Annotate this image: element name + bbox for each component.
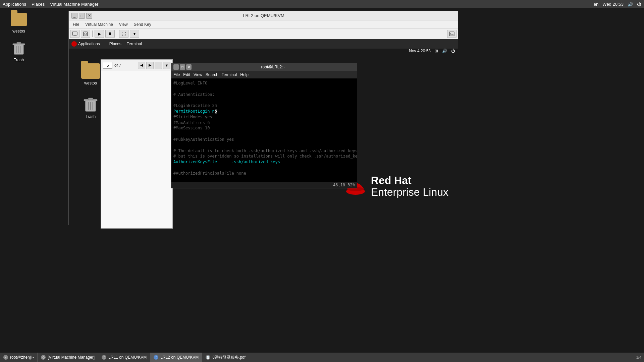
term-line-1: #LogLevel INFO xyxy=(173,80,355,86)
terminal-maximize-btn[interactable]: □ xyxy=(180,64,185,70)
fm-page-input[interactable] xyxy=(103,62,112,69)
term-line-17: #AuthorizedPrincipalsFile none xyxy=(173,171,355,176)
terminal-minimize-btn[interactable]: _ xyxy=(173,64,179,70)
qemu-minimize-btn[interactable]: _ xyxy=(71,13,77,19)
inner-apps-label[interactable]: Applications xyxy=(78,42,100,46)
qemu-menu-sendkey[interactable]: Send Key xyxy=(131,21,154,27)
qemu-title: LRL2 on QEMU/KVM xyxy=(92,13,435,18)
term-line-10 xyxy=(173,131,355,137)
toolbar-separator-2 xyxy=(117,31,117,37)
toolbar-play-btn[interactable]: ▶ xyxy=(95,30,104,38)
inner-app-bar: Applications Places Terminal Nov 4 20:53… xyxy=(69,39,458,49)
inner-power-icon: ⏻ xyxy=(451,49,455,53)
toolbar-fullscreen-btn[interactable]: ⛶ xyxy=(119,30,128,38)
fm-fullscreen-btn[interactable]: ⛶ xyxy=(155,62,162,69)
folder-icon xyxy=(11,11,27,27)
top-bar-places[interactable]: Places xyxy=(32,2,45,7)
taskbar: $ root@zhenji~ ⬡ [Virtual Machine Manage… xyxy=(0,353,644,362)
toolbar-console-btn[interactable] xyxy=(447,30,457,38)
svg-point-9 xyxy=(85,33,87,35)
redhat-text-line1: Red Hat xyxy=(371,175,448,186)
terminal-menubar: File Edit View Search Terminal Help xyxy=(171,71,357,78)
term-line-3: # Authentication: xyxy=(173,92,355,98)
term-line-7: #StrictModes yes xyxy=(173,114,355,120)
qemu-win-controls: _ □ ✕ xyxy=(71,13,92,19)
fm-prev-btn[interactable]: ◀ xyxy=(138,62,145,69)
top-bar-vm-manager[interactable]: Virtual Machine Manager xyxy=(50,2,98,7)
inner-audio-icon: 🔊 xyxy=(442,49,447,53)
fm-content xyxy=(101,71,172,228)
taskbar-item-terminal[interactable]: $ root@zhenji~ xyxy=(0,353,38,362)
taskbar-icon-vm-manager: ⬡ xyxy=(41,355,46,360)
inner-trash-icon xyxy=(80,96,101,113)
term-line-11: #PubkeyAuthentication yes xyxy=(173,137,355,142)
taskbar-label-terminal: root@zhenji~ xyxy=(10,355,34,360)
taskbar-item-pdf[interactable]: 📄 8远程登录服务.pdf xyxy=(202,353,249,362)
term-menu-search[interactable]: Search xyxy=(206,72,218,77)
term-line-5: #LoginGraceTime 2m xyxy=(173,103,355,109)
terminal-window: _ □ ✕ root@LRL2:~ File Edit View Search … xyxy=(171,63,357,188)
qemu-screen-content: Applications Places Terminal Nov 4 20:53… xyxy=(69,39,458,225)
svg-rect-2 xyxy=(17,42,21,44)
taskbar-item-lrl2-kvm[interactable]: ⬡ LRL2 on QEMU/KVM xyxy=(150,353,202,362)
term-line-12 xyxy=(173,142,355,148)
term-line-16 xyxy=(173,165,355,171)
file-manager-panel: of 7 ◀ ▶ ⛶ ▼ xyxy=(101,59,173,229)
taskbar-item-lrl1-kvm[interactable]: ⬡ LRL1 on QEMU/KVM xyxy=(98,353,150,362)
term-line-4 xyxy=(173,97,355,103)
top-system-bar: Applications Places Virtual Machine Mana… xyxy=(0,0,644,8)
fm-next-btn[interactable]: ▶ xyxy=(146,62,154,69)
inner-icon-westos-label: westos xyxy=(84,81,97,85)
taskbar-icon-terminal: $ xyxy=(3,355,8,360)
top-bar-audio-icon[interactable]: 🔊 xyxy=(628,2,633,7)
terminal-title: root@LRL2:~ xyxy=(192,65,355,69)
toolbar-monitor-btn[interactable] xyxy=(70,30,79,38)
terminal-statusbar: 46,18 32% xyxy=(171,182,357,188)
svg-rect-16 xyxy=(88,98,93,100)
desktop-icon-trash-label: Trash xyxy=(14,58,24,62)
term-menu-help[interactable]: Help xyxy=(240,72,249,77)
taskbar-page-indicator: 1/4 xyxy=(636,355,644,359)
desktop-icon-westos-label: westos xyxy=(12,29,25,34)
term-menu-terminal[interactable]: Terminal xyxy=(222,72,237,77)
taskbar-label-vm-manager: [Virtual Machine Manager] xyxy=(48,355,95,360)
desktop-icon-trash[interactable]: Trash xyxy=(5,40,32,62)
top-bar-lang: en xyxy=(594,2,598,7)
trash-icon xyxy=(11,40,27,56)
term-menu-edit[interactable]: Edit xyxy=(183,72,190,77)
toolbar-snapshot-btn[interactable] xyxy=(81,30,90,38)
qemu-close-btn[interactable]: ✕ xyxy=(86,13,92,19)
qemu-menu-file[interactable]: File xyxy=(70,21,82,27)
inner-places-label[interactable]: Places xyxy=(109,42,121,46)
taskbar-icon-lrl1: ⬡ xyxy=(102,355,106,360)
term-line-14: # but this is overridden so installation… xyxy=(173,154,355,159)
desktop-icon-westos[interactable]: westos xyxy=(5,11,32,34)
taskbar-icon-lrl2: ⬡ xyxy=(154,355,158,360)
redhat-logo: Red Hat Enterprise Linux xyxy=(345,175,448,198)
taskbar-label-pdf: 8远程登录服务.pdf xyxy=(212,355,246,360)
fm-page-total: of 7 xyxy=(114,63,121,68)
qemu-menu-vm[interactable]: Virtual Machine xyxy=(83,21,116,27)
top-bar-applications[interactable]: Applications xyxy=(3,2,26,7)
inner-terminal-label[interactable]: Terminal xyxy=(127,42,142,46)
fm-toolbar: of 7 ◀ ▶ ⛶ ▼ xyxy=(101,60,172,71)
term-menu-file[interactable]: File xyxy=(173,72,180,77)
svg-rect-10 xyxy=(449,32,454,36)
toolbar-extra-btn[interactable]: ▾ xyxy=(130,30,139,38)
toolbar-separator-1 xyxy=(92,31,93,37)
inner-icon-trash-label: Trash xyxy=(86,114,96,119)
term-line-9: #MaxSessions 10 xyxy=(173,125,355,131)
term-menu-view[interactable]: View xyxy=(194,72,202,77)
taskbar-label-lrl1: LRL1 on QEMU/KVM xyxy=(108,355,147,360)
terminal-close-btn[interactable]: ✕ xyxy=(186,64,192,70)
qemu-maximize-btn[interactable]: □ xyxy=(79,13,85,19)
qemu-menubar: File Virtual Machine View Send Key xyxy=(69,20,458,28)
taskbar-item-vm-manager[interactable]: ⬡ [Virtual Machine Manager] xyxy=(38,353,98,362)
terminal-titlebar: _ □ ✕ root@LRL2:~ xyxy=(171,63,357,71)
fm-menu-btn[interactable]: ▼ xyxy=(163,62,170,69)
qemu-titlebar: _ □ ✕ LRL2 on QEMU/KVM xyxy=(69,11,458,20)
top-bar-power-icon[interactable]: ⏻ xyxy=(637,2,641,7)
toolbar-pause-btn[interactable]: ⏸ xyxy=(105,30,115,38)
redhat-text-line2: Enterprise Linux xyxy=(371,186,448,198)
qemu-menu-view[interactable]: View xyxy=(116,21,130,27)
